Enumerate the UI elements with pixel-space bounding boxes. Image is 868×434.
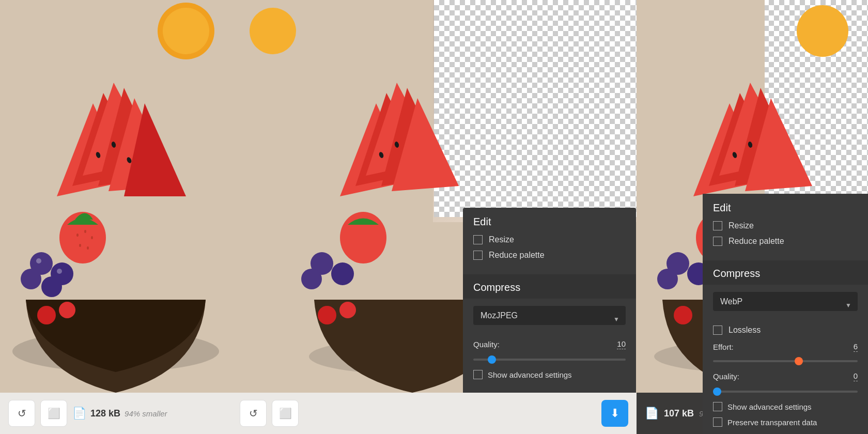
show-advanced-checkbox-middle[interactable]: [473, 370, 483, 379]
middle-quality-label: Quality:: [473, 340, 500, 349]
right-file-icon: 📄: [645, 407, 659, 420]
resize-label-middle: Resize: [489, 235, 514, 244]
svg-point-60: [797, 5, 848, 57]
right-quality-slider-container[interactable]: [713, 385, 858, 395]
crop-button-middle[interactable]: ⬜: [272, 400, 299, 427]
rotate-button-left[interactable]: ↺: [8, 400, 35, 427]
svg-point-15: [79, 244, 81, 247]
right-format-wrapper[interactable]: WebP MozJPEG PNG AVIF: [713, 292, 858, 318]
right-edit-section: Edit Resize Reduce palette: [703, 194, 868, 260]
preserve-transparent-label: Preserve transparent data: [727, 418, 817, 427]
effort-slider-right[interactable]: [713, 360, 858, 362]
left-panel: ↺ ⬜ 📄 128 kB 94% smaller: [0, 0, 231, 434]
svg-point-19: [21, 269, 41, 289]
svg-point-21: [36, 258, 41, 264]
crop-icon-middle: ⬜: [279, 407, 292, 420]
quality-slider-right[interactable]: [713, 391, 858, 393]
lossless-label-right: Lossless: [729, 326, 761, 335]
svg-point-16: [87, 246, 89, 250]
right-compress-body: WebP MozJPEG PNG AVIF Lossless Effort: 6…: [703, 285, 868, 434]
lossless-checkbox-right[interactable]: [713, 326, 722, 335]
svg-point-40: [331, 262, 354, 285]
middle-resize-row[interactable]: Resize: [473, 235, 626, 244]
right-compress-title: Compress: [703, 260, 868, 285]
rotate-button-middle[interactable]: ↺: [240, 400, 267, 427]
resize-checkbox-right[interactable]: [713, 221, 722, 230]
left-file-size: 128 kB: [90, 408, 120, 419]
download-icon-middle: ⬇: [610, 407, 619, 420]
format-select-middle[interactable]: MozJPEG WebP PNG AVIF: [473, 306, 626, 325]
preserve-transparent-checkbox[interactable]: [713, 417, 722, 427]
quality-slider-middle[interactable]: [473, 359, 626, 361]
middle-quality-value: 10: [617, 339, 626, 349]
reduce-palette-checkbox-middle[interactable]: [473, 251, 483, 260]
format-select-right[interactable]: WebP MozJPEG PNG AVIF: [713, 292, 858, 311]
rotate-icon-middle: ↺: [249, 407, 258, 420]
reduce-palette-label-right: Reduce palette: [729, 237, 784, 246]
svg-point-42: [318, 306, 336, 324]
svg-point-12: [76, 234, 79, 237]
right-lossless-row[interactable]: Lossless: [713, 326, 858, 335]
svg-point-23: [37, 306, 56, 324]
middle-panel: Edit Resize Reduce palette Compress MozJ…: [231, 0, 637, 434]
right-preserve-row[interactable]: Preserve transparent data: [713, 417, 858, 427]
crop-button-left[interactable]: ⬜: [40, 400, 67, 427]
right-quality-row: Quality: 0: [713, 371, 858, 381]
svg-point-14: [91, 236, 93, 239]
right-file-size: 107 kB: [664, 408, 694, 419]
middle-format-wrapper[interactable]: MozJPEG WebP PNG AVIF: [473, 306, 626, 332]
svg-point-44: [250, 8, 296, 54]
resize-checkbox-middle[interactable]: [473, 235, 483, 244]
show-advanced-label-right: Show advanced settings: [727, 402, 812, 411]
right-effort-slider-container[interactable]: [713, 355, 858, 364]
middle-quality-slider-container[interactable]: [473, 353, 626, 363]
svg-point-13: [84, 230, 86, 233]
show-advanced-label-middle: Show advanced settings: [488, 370, 572, 379]
right-edit-title: Edit: [713, 202, 858, 214]
left-file-icon: 📄: [72, 407, 86, 420]
svg-point-41: [301, 269, 322, 289]
middle-bottom-toolbar: ↺ ⬜ ⬇: [231, 393, 637, 434]
right-show-advanced-row[interactable]: Show advanced settings: [713, 402, 858, 411]
middle-show-advanced-row[interactable]: Show advanced settings: [473, 370, 626, 379]
right-resize-row[interactable]: Resize: [713, 221, 858, 230]
show-advanced-checkbox-right[interactable]: [713, 402, 722, 411]
svg-point-26: [163, 8, 209, 54]
svg-point-24: [59, 302, 75, 318]
rotate-icon-left: ↺: [18, 407, 26, 420]
svg-point-43: [339, 302, 356, 318]
middle-edit-section: Edit Resize Reduce palette: [463, 208, 636, 274]
left-bottom-toolbar: ↺ ⬜ 📄 128 kB 94% smaller: [0, 393, 231, 434]
middle-edit-panel: Edit Resize Reduce palette Compress MozJ…: [463, 208, 636, 393]
middle-reduce-palette-row[interactable]: Reduce palette: [473, 251, 626, 260]
svg-point-20: [41, 276, 62, 297]
svg-point-58: [657, 269, 678, 289]
left-file-info: 📄 128 kB 94% smaller: [72, 407, 223, 420]
middle-quality-row: Quality: 10: [473, 339, 626, 349]
right-edit-panel: Edit Resize Reduce palette Compress WebP…: [703, 194, 868, 434]
left-file-size-smaller: 94% smaller: [125, 409, 167, 418]
right-panel: Edit Resize Reduce palette Compress WebP…: [637, 0, 868, 434]
right-effort-value: 6: [854, 342, 858, 352]
reduce-palette-label-middle: Reduce palette: [489, 251, 545, 260]
right-effort-label: Effort:: [713, 343, 734, 351]
reduce-palette-checkbox-right[interactable]: [713, 237, 722, 246]
middle-compress-body: MozJPEG WebP PNG AVIF Quality: 10 Show a…: [463, 299, 636, 393]
middle-edit-title: Edit: [473, 216, 626, 228]
left-image: [0, 0, 231, 434]
crop-icon-left: ⬜: [48, 407, 60, 420]
svg-point-59: [674, 306, 692, 324]
download-button-middle[interactable]: ⬇: [601, 400, 628, 427]
middle-compress-title: Compress: [463, 274, 636, 299]
right-quality-label: Quality:: [713, 372, 739, 381]
right-effort-row: Effort: 6: [713, 342, 858, 352]
right-quality-value: 0: [854, 371, 858, 381]
right-reduce-palette-row[interactable]: Reduce palette: [713, 237, 858, 246]
svg-point-22: [57, 269, 62, 274]
resize-label-right: Resize: [729, 221, 754, 230]
